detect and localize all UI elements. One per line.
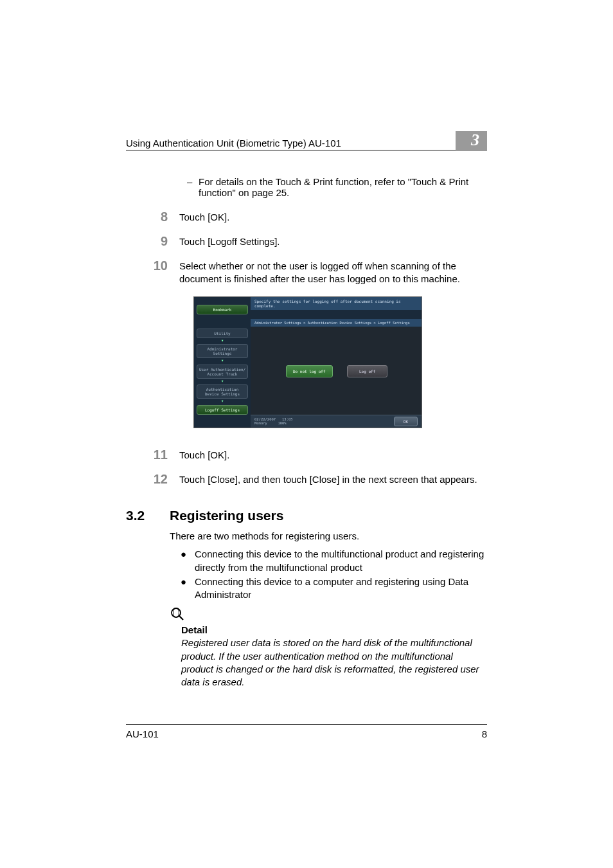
chevron-down-icon: ▾: [194, 380, 251, 384]
page-footer: AU-101 8: [126, 724, 487, 739]
step-text: Touch [OK].: [179, 448, 487, 462]
footer-page: 8: [482, 728, 487, 739]
step-text: Touch [Close], and then touch [Close] in…: [179, 472, 487, 486]
step-number: 12: [142, 472, 168, 486]
step-10: 10 Select whether or not the user is log…: [126, 258, 487, 286]
mfp-topbar: Specify the settings for logging off aft…: [251, 297, 422, 310]
step-12: 12 Touch [Close], and then touch [Close]…: [126, 472, 487, 486]
mfp-tab-authdev[interactable]: Authentication Device Settings: [197, 384, 248, 399]
chevron-down-icon: ▾: [194, 359, 251, 363]
note-row: – For details on the Touch & Print funct…: [187, 176, 487, 198]
magnifier-icon: [170, 606, 487, 622]
section-heading: 3.2 Registering users: [126, 508, 487, 523]
step-11: 11 Touch [OK].: [126, 448, 487, 462]
section-intro: There are two methods for registering us…: [170, 530, 487, 543]
bullet-icon: ●: [181, 575, 195, 588]
mfp-log-off-button[interactable]: Log off: [347, 365, 387, 377]
detail-label: Detail: [181, 624, 487, 635]
mfp-sidebar: Bookmark Utility ▾ Administrator Setting…: [194, 297, 251, 428]
step-text: Touch [OK].: [179, 210, 487, 224]
mfp-status-bar: 02/22/2007 13:05 Memory 100% OK: [251, 415, 422, 428]
step-9: 9 Touch [Logoff Settings].: [126, 234, 487, 248]
header-title: Using Authentication Unit (Biometric Typ…: [126, 138, 341, 149]
bullet-icon: ●: [181, 548, 195, 561]
mfp-main-panel: Do not log off Log off: [251, 327, 422, 415]
mfp-screenshot: Bookmark Utility ▾ Administrator Setting…: [193, 296, 422, 428]
step-number: 9: [142, 234, 168, 248]
mfp-tab-admin[interactable]: Administrator Settings: [197, 344, 248, 358]
mfp-tab-utility[interactable]: Utility: [197, 329, 248, 338]
note-text: For details on the Touch & Print functio…: [199, 176, 487, 198]
svg-point-1: [173, 608, 179, 617]
mfp-memory-label: Memory: [254, 421, 267, 425]
mfp-tab-userauth[interactable]: User Authentication/ Account Track: [197, 365, 248, 379]
chevron-down-icon: ▾: [194, 339, 251, 343]
step-number: 10: [142, 258, 168, 273]
detail-text: Registered user data is stored on the ha…: [181, 637, 487, 689]
page-header: Using Authentication Unit (Biometric Typ…: [126, 129, 487, 150]
mfp-tab-bookmark[interactable]: Bookmark: [197, 305, 248, 314]
mfp-breadcrumb: Administrator Settings > Authentication …: [251, 319, 422, 327]
chapter-badge: 3: [456, 131, 487, 151]
bullet-text: Connecting this device to the multifunct…: [195, 548, 487, 574]
step-number: 8: [142, 210, 168, 224]
step-8: 8 Touch [OK].: [126, 210, 487, 224]
step-text: Touch [Logoff Settings].: [179, 234, 487, 248]
mfp-tab-logoff[interactable]: Logoff Settings: [197, 405, 248, 415]
detail-block: Detail Registered user data is stored on…: [170, 606, 487, 689]
section-number: 3.2: [126, 508, 170, 523]
svg-line-2: [179, 616, 183, 620]
chevron-down-icon: ▾: [194, 400, 251, 404]
dash-bullet: –: [187, 176, 199, 187]
bullet-2: ● Connecting this device to a computer a…: [181, 575, 487, 602]
step-number: 11: [142, 448, 168, 462]
bullet-1: ● Connecting this device to the multifun…: [181, 548, 487, 574]
footer-model: AU-101: [126, 728, 159, 739]
mfp-do-not-log-off-button[interactable]: Do not log off: [286, 365, 333, 377]
section-title: Registering users: [170, 508, 283, 523]
bullet-text: Connecting this device to a computer and…: [195, 575, 487, 602]
mfp-ok-button[interactable]: OK: [394, 417, 418, 426]
step-text: Select whether or not the user is logged…: [179, 258, 487, 286]
mfp-memory-pct: 100%: [278, 421, 286, 425]
